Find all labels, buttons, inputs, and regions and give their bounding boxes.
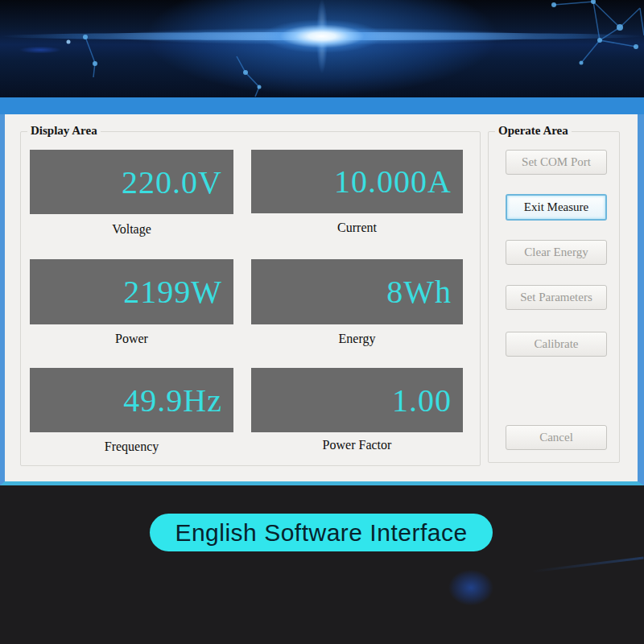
frequency-label: Frequency	[30, 440, 233, 454]
caption-badge: English Software Interface	[150, 514, 493, 551]
frequency-value: 49.9Hz	[123, 382, 222, 419]
energy-display: 8Wh	[251, 259, 463, 324]
voltage-display: 220.0V	[30, 150, 233, 214]
background-glow-line	[531, 556, 643, 572]
power-label: Power	[30, 332, 233, 346]
voltage-value: 220.0V	[122, 163, 222, 201]
power-value: 2199W	[123, 273, 222, 311]
frequency-display: 49.9Hz	[30, 368, 233, 432]
cancel-button[interactable]: Cancel	[506, 425, 607, 450]
current-display: 10.000A	[251, 150, 463, 213]
operate-area-title: Operate Area	[495, 124, 572, 138]
set-com-port-button[interactable]: Set COM Port	[506, 150, 607, 175]
display-area-title: Display Area	[27, 124, 101, 138]
background-glow-dot	[443, 565, 499, 610]
current-value: 10.000A	[334, 163, 452, 200]
energy-value: 8Wh	[386, 273, 452, 311]
power-factor-label: Power Factor	[251, 438, 463, 452]
current-label: Current	[251, 221, 463, 235]
power-display: 2199W	[30, 259, 233, 324]
power-factor-value: 1.00	[392, 382, 452, 419]
set-parameters-button[interactable]: Set Parameters	[506, 285, 607, 310]
exit-measure-button[interactable]: Exit Measure	[506, 194, 607, 221]
hero-background	[0, 0, 644, 97]
power-factor-display: 1.00	[251, 368, 463, 432]
window-titlebar[interactable]	[0, 97, 644, 114]
energy-label: Energy	[251, 332, 463, 346]
calibrate-button[interactable]: Calibrate	[506, 332, 607, 357]
constellation-graphic	[0, 0, 644, 97]
clear-energy-button[interactable]: Clear Energy	[506, 240, 607, 265]
voltage-label: Voltage	[30, 222, 233, 237]
